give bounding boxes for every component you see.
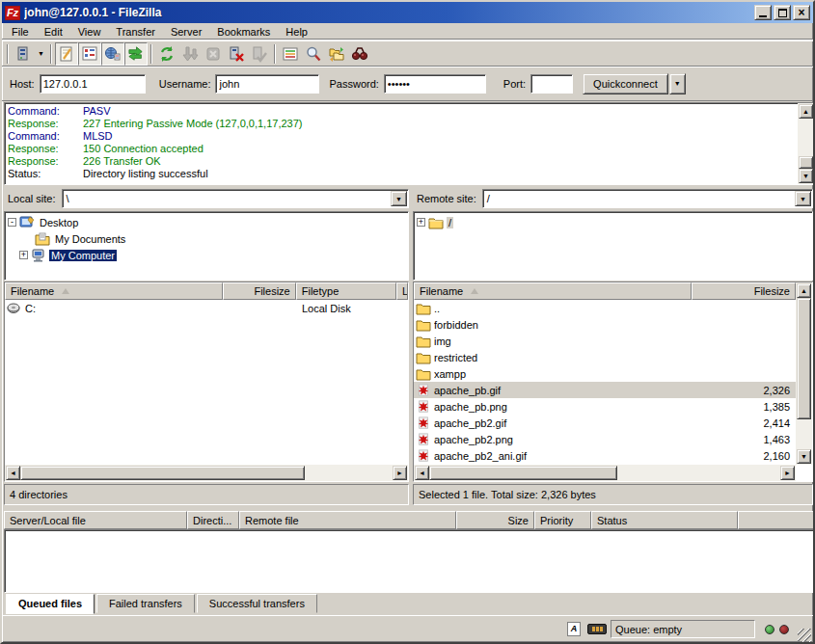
local-site-combo[interactable]: \ ▼ (62, 189, 409, 208)
remote-vscrollbar[interactable]: ▲ ▼ (796, 282, 812, 465)
chevron-down-icon[interactable]: ▼ (795, 191, 811, 206)
disconnect-button[interactable] (225, 42, 248, 66)
refresh-button[interactable] (155, 42, 178, 66)
collapse-icon[interactable]: - (8, 218, 16, 227)
local-row-c-drive[interactable]: C: Local Disk (5, 300, 408, 316)
quickconnect-dropdown[interactable]: ▼ (669, 73, 686, 94)
password-input[interactable] (384, 74, 486, 94)
column-server-local-file[interactable]: Server/Local file (4, 511, 187, 529)
tree-item-desktop[interactable]: - Desktop (8, 214, 408, 230)
host-input[interactable] (40, 74, 146, 94)
queue-body[interactable] (4, 529, 815, 593)
column-remote-file[interactable]: Remote file (239, 511, 456, 529)
local-list-header: Filename Filesize Filetype L (5, 282, 408, 300)
scroll-left-icon[interactable]: ◄ (415, 466, 429, 480)
cancel-button[interactable] (202, 42, 225, 66)
title-bar[interactable]: Fz john@127.0.0.1 - FileZilla × (2, 2, 813, 23)
remote-row-selected[interactable]: apache_pb.gif 2,326 (414, 382, 796, 398)
port-input[interactable] (530, 74, 573, 94)
log-scrollbar[interactable]: ▲ ▼ (798, 103, 814, 184)
speed-limit-icon[interactable] (587, 621, 607, 638)
resize-grip[interactable] (798, 629, 811, 642)
menu-bookmarks[interactable]: Bookmarks (209, 24, 278, 40)
remote-row[interactable]: restricted (414, 349, 796, 365)
close-icon: × (798, 8, 804, 17)
remote-row[interactable]: .. (414, 300, 796, 316)
remote-site-combo[interactable]: / ▼ (482, 189, 813, 208)
tree-item-my-documents[interactable]: My Documents (8, 230, 408, 247)
maximize-icon (778, 9, 787, 17)
minimize-button[interactable] (754, 5, 772, 20)
remote-row[interactable]: apache_pb.png 1,385 (414, 398, 796, 415)
column-last-modified[interactable]: L (396, 282, 408, 300)
column-status[interactable]: Status (591, 511, 738, 529)
disconnect-icon (228, 45, 245, 63)
reconnect-button[interactable] (248, 42, 271, 66)
port-label: Port: (503, 78, 526, 90)
column-filesize[interactable]: Filesize (223, 282, 295, 300)
scroll-right-icon[interactable]: ► (780, 466, 795, 480)
local-pane: Local site: \ ▼ - Desktop My Documents (4, 186, 411, 507)
scrollbar-thumb[interactable] (797, 298, 811, 419)
toggle-local-tree-button[interactable] (78, 42, 101, 66)
username-input[interactable] (215, 74, 319, 94)
quickconnect-button[interactable]: Quickconnect (583, 73, 668, 94)
scroll-right-icon[interactable]: ► (393, 466, 407, 480)
remote-row[interactable]: forbidden (414, 316, 796, 333)
expand-icon[interactable]: + (19, 251, 28, 259)
local-site-row: Local site: \ ▼ (4, 188, 409, 209)
search-button[interactable] (302, 42, 325, 66)
remote-row[interactable]: img (414, 333, 796, 349)
expand-icon[interactable]: + (417, 218, 425, 227)
site-manager-dropdown[interactable]: ▼ (35, 42, 47, 66)
menu-transfer[interactable]: Transfer (108, 24, 163, 40)
menu-help[interactable]: Help (278, 24, 315, 40)
close-button[interactable]: × (793, 5, 810, 20)
toggle-remote-tree-button[interactable] (101, 42, 124, 66)
column-filetype[interactable]: Filetype (296, 282, 396, 300)
scroll-down-icon[interactable]: ▼ (797, 449, 811, 464)
sync-browse-button[interactable] (348, 42, 371, 66)
tab-successful-transfers[interactable]: Successful transfers (197, 594, 317, 613)
chevron-down-icon: ▼ (38, 50, 44, 57)
scrollbar-thumb[interactable] (20, 466, 305, 480)
toggle-log-button[interactable] (55, 42, 78, 66)
column-direction[interactable]: Directi... (187, 511, 239, 529)
log-line: Response:227 Entering Passive Mode (127,… (8, 118, 795, 130)
menu-file[interactable]: File (4, 24, 37, 40)
tree-item-root[interactable]: + / (417, 214, 812, 230)
column-size[interactable]: Size (456, 511, 534, 529)
tree-item-my-computer[interactable]: + My Computer (8, 247, 408, 263)
process-queue-button[interactable] (178, 42, 202, 66)
maximize-button[interactable] (774, 5, 791, 20)
scrollbar-thumb[interactable] (799, 156, 813, 169)
scroll-up-icon[interactable]: ▲ (797, 283, 811, 298)
compare-button[interactable] (325, 42, 348, 66)
scroll-up-icon[interactable]: ▲ (799, 104, 813, 119)
toggle-queue-button[interactable] (124, 42, 148, 66)
remote-row[interactable]: apache_pb2.png 1,463 (414, 431, 796, 447)
remote-row[interactable]: xampp (414, 365, 796, 382)
scroll-down-icon[interactable]: ▼ (799, 169, 813, 183)
scrollbar-thumb[interactable] (429, 466, 617, 480)
column-filename[interactable]: Filename (414, 282, 692, 300)
column-filesize[interactable]: Filesize (692, 282, 796, 300)
chevron-down-icon[interactable]: ▼ (391, 191, 407, 206)
data-type-ascii-icon[interactable]: A (564, 621, 584, 638)
menu-edit[interactable]: Edit (37, 24, 70, 40)
filter-button[interactable] (279, 42, 302, 66)
column-priority[interactable]: Priority (534, 511, 591, 529)
scroll-left-icon[interactable]: ◄ (6, 466, 20, 480)
local-hscrollbar[interactable]: ◄ ► (5, 465, 408, 481)
remote-row[interactable]: apache_pb2.gif 2,414 (414, 415, 796, 431)
tab-queued-files[interactable]: Queued files (6, 594, 95, 614)
remote-hscrollbar[interactable]: ◄ ► (414, 465, 796, 481)
site-manager-icon (14, 45, 32, 63)
site-manager-button[interactable] (12, 42, 35, 66)
filezilla-logo-icon: Fz (5, 6, 20, 20)
tab-failed-transfers[interactable]: Failed transfers (96, 594, 195, 613)
column-filename[interactable]: Filename (5, 282, 223, 300)
remote-row[interactable]: apache_pb2_ani.gif 2,160 (414, 447, 796, 464)
menu-server[interactable]: Server (163, 24, 209, 40)
menu-view[interactable]: View (70, 24, 109, 40)
